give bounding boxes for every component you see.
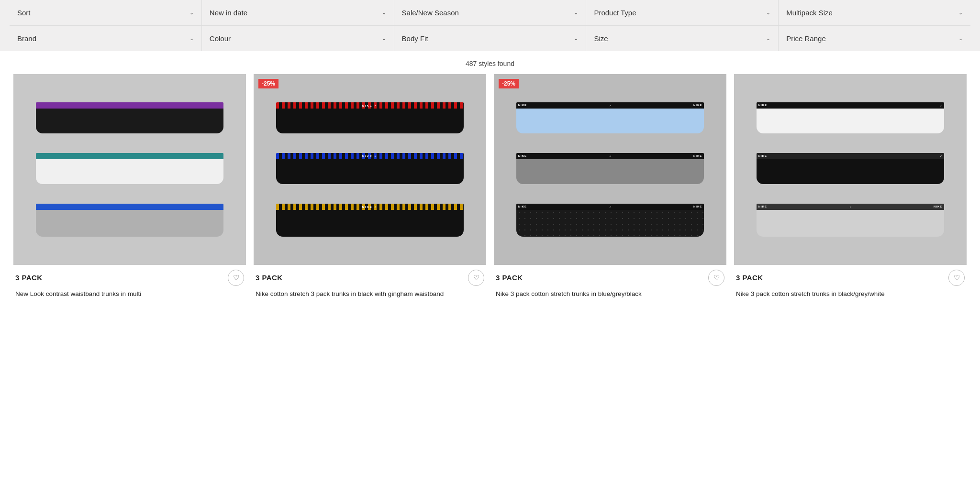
pack-label-row: 3 PACK ♡ [13, 270, 246, 286]
filter-sale-new-season[interactable]: Sale/New Season ⌄ [394, 0, 587, 25]
filter-multipack-size-label: Multipack Size [786, 9, 833, 17]
discount-badge: -25% [499, 79, 519, 88]
wishlist-button[interactable]: ♡ [468, 270, 484, 286]
heart-icon: ♡ [473, 273, 479, 282]
filter-colour[interactable]: Colour ⌄ [202, 26, 394, 51]
heart-icon: ♡ [713, 273, 720, 282]
product-title: Nike 3 pack cotton stretch trunks in blu… [494, 290, 726, 299]
chevron-down-icon: ⌄ [574, 10, 578, 16]
pack-label-row: 3 PACK ♡ [494, 270, 726, 286]
chevron-down-icon: ⌄ [766, 35, 770, 42]
product-title: New Look contrast waistband trunks in mu… [13, 290, 246, 299]
results-count: 487 styles found [0, 51, 980, 74]
heart-icon: ♡ [954, 273, 960, 282]
filter-price-range-label: Price Range [786, 34, 826, 43]
filter-size-label: Size [594, 34, 608, 43]
filter-multipack-size[interactable]: Multipack Size ⌄ [779, 0, 970, 25]
pack-label-row: 3 PACK ♡ [254, 270, 486, 286]
chevron-down-icon: ⌄ [189, 35, 194, 42]
product-card: 3 PACK ♡ New Look contrast waistband tru… [10, 74, 250, 308]
product-title: Nike 3 pack cotton stretch trunks in bla… [734, 290, 967, 299]
filter-row-2: Brand ⌄ Colour ⌄ Body Fit ⌄ Size ⌄ Price… [10, 26, 970, 51]
chevron-down-icon: ⌄ [958, 35, 963, 42]
filter-product-type[interactable]: Product Type ⌄ [586, 0, 779, 25]
filter-size[interactable]: Size ⌄ [586, 26, 779, 51]
filter-sale-new-season-label: Sale/New Season [402, 9, 459, 17]
chevron-down-icon: ⌄ [382, 35, 386, 42]
pack-label: 3 PACK [736, 273, 763, 282]
product-grid: 3 PACK ♡ New Look contrast waistband tru… [0, 74, 980, 308]
filter-new-in-date[interactable]: New in date ⌄ [202, 0, 394, 25]
chevron-down-icon: ⌄ [382, 10, 386, 16]
filter-colour-label: Colour [210, 34, 231, 43]
product-card: NIKE ✓ NIKE ✓ NIKE ✓ [730, 74, 970, 308]
product-card: -25% NIKE ✓ NIKE ✓ [250, 74, 490, 308]
heart-icon: ♡ [233, 273, 239, 282]
chevron-down-icon: ⌄ [189, 10, 194, 16]
filter-brand[interactable]: Brand ⌄ [10, 26, 202, 51]
wishlist-button[interactable]: ♡ [708, 270, 724, 286]
chevron-down-icon: ⌄ [958, 10, 963, 16]
product-card: -25% NIKE ✓ NIKE NIKE ✓ NIKE [490, 74, 730, 308]
filter-product-type-label: Product Type [594, 9, 636, 17]
product-image[interactable]: NIKE ✓ NIKE ✓ NIKE ✓ [734, 74, 967, 265]
wishlist-button[interactable]: ♡ [948, 270, 965, 286]
filter-new-in-date-label: New in date [210, 9, 247, 17]
filter-sort-label: Sort [17, 9, 31, 17]
chevron-down-icon: ⌄ [574, 35, 578, 42]
discount-badge: -25% [258, 79, 278, 88]
pack-label: 3 PACK [496, 273, 523, 282]
pack-label: 3 PACK [15, 273, 43, 282]
product-image[interactable]: -25% NIKE ✓ NIKE NIKE ✓ NIKE [494, 74, 726, 265]
product-image[interactable] [13, 74, 246, 265]
filter-body-fit-label: Body Fit [402, 34, 428, 43]
filter-sort[interactable]: Sort ⌄ [10, 0, 202, 25]
filter-brand-label: Brand [17, 34, 36, 43]
wishlist-button[interactable]: ♡ [228, 270, 244, 286]
pack-label: 3 PACK [256, 273, 283, 282]
product-image[interactable]: -25% NIKE ✓ NIKE ✓ [254, 74, 486, 265]
pack-label-row: 3 PACK ♡ [734, 270, 967, 286]
filter-body-fit[interactable]: Body Fit ⌄ [394, 26, 587, 51]
chevron-down-icon: ⌄ [766, 10, 770, 16]
product-title: Nike cotton stretch 3 pack trunks in bla… [254, 290, 486, 299]
filter-price-range[interactable]: Price Range ⌄ [779, 26, 970, 51]
filter-row-1: Sort ⌄ New in date ⌄ Sale/New Season ⌄ P… [10, 0, 970, 26]
filter-bar: Sort ⌄ New in date ⌄ Sale/New Season ⌄ P… [0, 0, 980, 51]
